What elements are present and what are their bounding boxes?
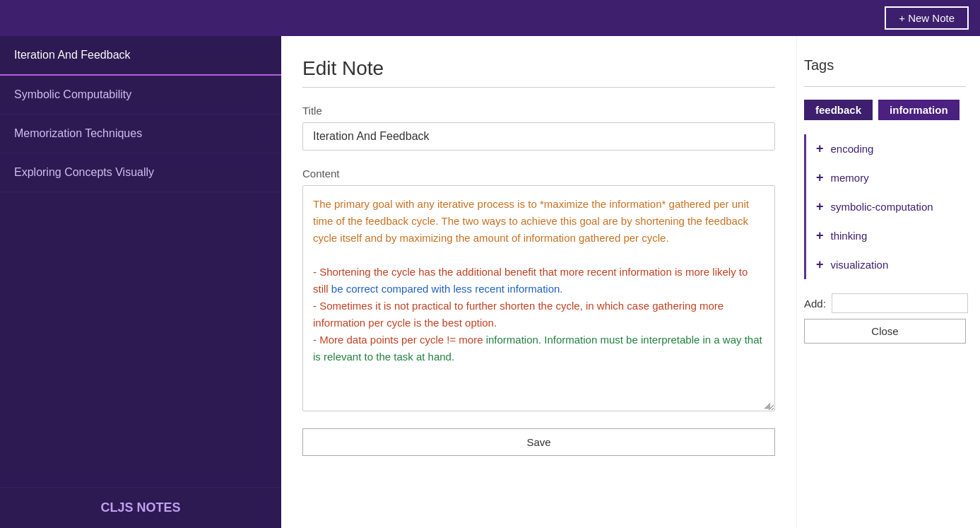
available-tag-memory[interactable]: + memory bbox=[804, 163, 966, 192]
add-tag-input[interactable] bbox=[832, 293, 968, 313]
tags-panel: Tags feedback information + encoding + m… bbox=[796, 36, 980, 528]
available-tag-label-symbolic: symbolic-computation bbox=[831, 201, 933, 213]
plus-icon-thinking: + bbox=[816, 228, 824, 243]
main-layout: Iteration And Feedback Symbolic Computab… bbox=[0, 36, 980, 528]
available-tag-label-memory: memory bbox=[831, 172, 869, 184]
add-tag-section: Add: Close bbox=[804, 293, 966, 344]
title-input[interactable] bbox=[302, 122, 775, 151]
sidebar-item-iteration-feedback[interactable]: Iteration And Feedback bbox=[0, 36, 281, 76]
sidebar-item-exploring-concepts-visually[interactable]: Exploring Concepts Visually bbox=[0, 153, 281, 192]
content-textarea[interactable]: The primary goal with any iterative proc… bbox=[302, 185, 775, 411]
topbar: + New Note bbox=[0, 0, 980, 36]
plus-icon-encoding: + bbox=[816, 141, 824, 156]
resize-corner-icon: ◢ bbox=[764, 400, 774, 410]
content-wrapper: The primary goal with any iterative proc… bbox=[302, 185, 775, 411]
available-tag-label-thinking: thinking bbox=[831, 230, 868, 242]
content-label: Content bbox=[302, 168, 775, 180]
tags-divider bbox=[804, 86, 966, 87]
save-button[interactable]: Save bbox=[302, 428, 775, 456]
sidebar-footer: CLJS NOTES bbox=[0, 487, 281, 528]
available-tag-thinking[interactable]: + thinking bbox=[804, 221, 966, 250]
close-button[interactable]: Close bbox=[804, 319, 966, 344]
content-divider bbox=[302, 87, 775, 88]
add-tag-row: Add: bbox=[804, 293, 966, 313]
content-area: Edit Note Title Content The primary goal… bbox=[281, 36, 796, 528]
available-tag-symbolic-computation[interactable]: + symbolic-computation bbox=[804, 192, 966, 221]
title-label: Title bbox=[302, 105, 775, 117]
sidebar-item-symbolic-computability[interactable]: Symbolic Computability bbox=[0, 76, 281, 115]
tag-feedback[interactable]: feedback bbox=[804, 100, 873, 120]
tag-information[interactable]: information bbox=[878, 100, 960, 120]
edit-note-heading: Edit Note bbox=[302, 57, 775, 80]
plus-icon-visualization: + bbox=[816, 257, 824, 272]
available-tag-label-visualization: visualization bbox=[831, 259, 889, 271]
available-tags-list: + encoding + memory + symbolic-computati… bbox=[804, 134, 966, 279]
new-note-button[interactable]: + New Note bbox=[885, 6, 969, 30]
add-tag-label: Add: bbox=[804, 298, 826, 310]
available-tag-encoding[interactable]: + encoding bbox=[804, 134, 966, 163]
sidebar: Iteration And Feedback Symbolic Computab… bbox=[0, 36, 281, 528]
available-tag-label-encoding: encoding bbox=[831, 143, 874, 155]
active-tags: feedback information bbox=[804, 100, 966, 120]
plus-icon-symbolic: + bbox=[816, 199, 824, 214]
tags-heading: Tags bbox=[804, 57, 966, 74]
sidebar-item-memorization-techniques[interactable]: Memorization Techniques bbox=[0, 115, 281, 153]
plus-icon-memory: + bbox=[816, 170, 824, 185]
available-tag-visualization[interactable]: + visualization bbox=[804, 250, 966, 279]
sidebar-notes-list: Iteration And Feedback Symbolic Computab… bbox=[0, 36, 281, 487]
